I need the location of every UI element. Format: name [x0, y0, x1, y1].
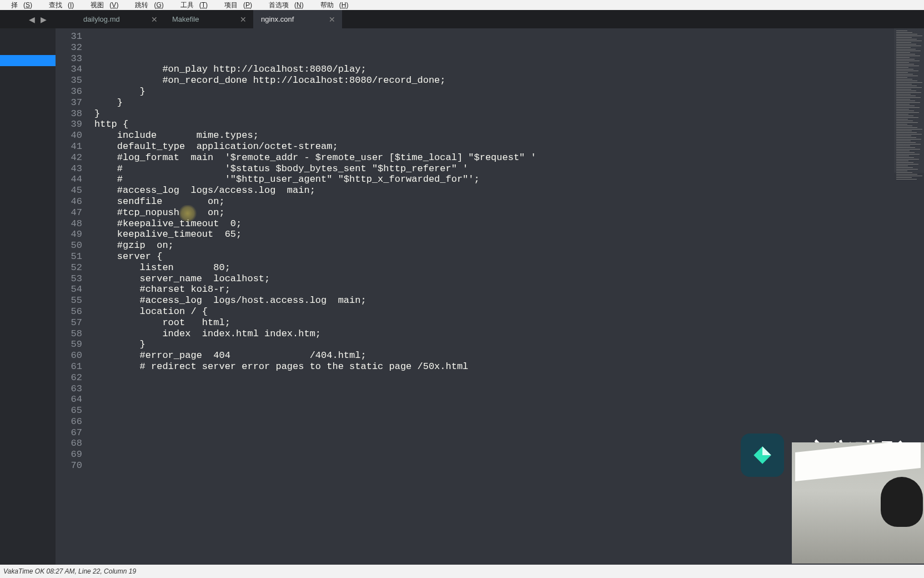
code-line: #on_record_done http://localhost:8080/re…	[94, 75, 894, 86]
tab-history-nav: ◀ ▶	[0, 10, 76, 28]
code-line: #charset koi8-r;	[94, 284, 894, 295]
webcam-person	[881, 477, 923, 527]
code-line: }	[94, 97, 894, 108]
tab-dailylog[interactable]: dailylog.md ✕	[76, 10, 164, 28]
code-line: #access_log logs/access.log main;	[94, 185, 894, 196]
code-line: listen 80;	[94, 262, 894, 273]
code-line: #keepalive_timeout 0;	[94, 218, 894, 230]
code-line: include mime.types;	[94, 130, 894, 141]
close-icon[interactable]: ✕	[150, 15, 159, 24]
code-line: }	[94, 339, 894, 350]
nav-forward-icon[interactable]: ▶	[41, 15, 47, 24]
code-line: }	[94, 86, 894, 97]
code-line: server_name localhost;	[94, 273, 894, 285]
code-line: #gzip on;	[94, 240, 894, 251]
code-line: # '$status $body_bytes_sent "$http_refer…	[94, 163, 894, 175]
menu-help[interactable]: 帮助(H)	[309, 1, 354, 10]
code-line: #tcp_nopush on;	[94, 207, 894, 218]
code-line: # redirect server error pages to the sta…	[94, 361, 894, 372]
tab-label: Makefile	[172, 15, 199, 23]
tab-nginx-conf[interactable]: nginx.conf ✕	[253, 10, 342, 28]
code-line: default_type application/octet-stream;	[94, 141, 894, 152]
code-line: }	[94, 108, 894, 119]
sidebar[interactable]	[0, 28, 56, 565]
statusbar-text: VakaTime OK 08:27 AM, Line 22, Column 19	[3, 567, 136, 575]
line-number-gutter: 3132333435363738394041424344454647484950…	[56, 28, 89, 565]
webcam-overlay	[792, 442, 924, 564]
tabbar: ◀ ▶ dailylog.md ✕ Makefile ✕ nginx.conf …	[0, 10, 924, 28]
menubar: 择(S) 查找(I) 视图(V) 跳转(G) 工具(T) 项目(P) 首选项(N…	[0, 0, 924, 10]
code-content[interactable]: #on_play http://localhost:8080/play; #on…	[89, 28, 894, 565]
code-line: #access_log logs/host.access.log main;	[94, 295, 894, 306]
menu-preferences[interactable]: 首选项(N)	[258, 1, 309, 10]
sidebar-selected-file[interactable]	[0, 55, 56, 66]
tab-label: dailylog.md	[83, 15, 120, 23]
code-line: #on_play http://localhost:8080/play;	[94, 64, 894, 75]
close-icon[interactable]: ✕	[239, 15, 248, 24]
code-line: index index.html index.htm;	[94, 328, 894, 340]
code-line: # '"$http_user_agent" "$http_x_forwarded…	[94, 174, 894, 185]
code-line: server {	[94, 251, 894, 262]
tab-label: nginx.conf	[261, 15, 294, 23]
main-area: 3132333435363738394041424344454647484950…	[0, 28, 924, 565]
menu-find[interactable]: 查找(I)	[38, 1, 79, 10]
menu-goto[interactable]: 跳转(G)	[124, 1, 169, 10]
tab-makefile[interactable]: Makefile ✕	[164, 10, 253, 28]
code-line: #log_format main '$remote_addr - $remote…	[94, 152, 894, 163]
code-line: sendfile on;	[94, 196, 894, 207]
menu-tools[interactable]: 工具(T)	[169, 1, 213, 10]
code-line: keepalive_timeout 65;	[94, 229, 894, 240]
svg-marker-1	[762, 446, 771, 455]
minimap-lines	[896, 31, 922, 181]
code-line: #error_page 404 /404.html;	[94, 350, 894, 361]
menu-project[interactable]: 项目(P)	[213, 1, 258, 10]
menu-view[interactable]: 视图(V)	[79, 1, 124, 10]
code-line: root html;	[94, 317, 894, 328]
menu-select[interactable]: 择(S)	[0, 1, 38, 10]
code-line: http {	[94, 119, 894, 130]
code-line: location / {	[94, 306, 894, 317]
close-icon[interactable]: ✕	[328, 15, 337, 24]
nav-back-icon[interactable]: ◀	[29, 15, 35, 24]
filmora-logo-icon	[741, 434, 784, 477]
statusbar: VakaTime OK 08:27 AM, Line 22, Column 19	[0, 565, 924, 578]
webcam-background	[795, 442, 921, 481]
